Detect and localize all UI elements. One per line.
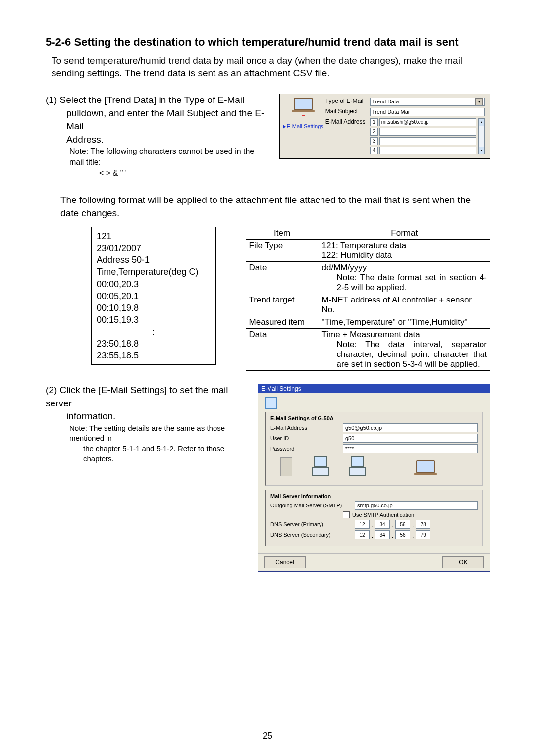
csv-sample-box: 121 23/01/2007 Address 50-1 Time,Tempera… <box>91 227 216 365</box>
laptop-icon-2 <box>414 460 437 475</box>
dlg-email-input[interactable]: g50@g50.co.jp <box>343 423 478 432</box>
step2-line-a: (2) Click the [E-Mail Settings] to set t… <box>46 384 247 410</box>
dlg-user-label: User ID <box>270 435 343 441</box>
dns2-label: DNS Server (Secondary) <box>270 532 355 538</box>
step1-line-c: Address. <box>66 133 269 147</box>
email-type-panel: • • • E-Mail Settings Type of E-Mail Tre… <box>279 94 490 159</box>
email-settings-dialog: E-Mail Settings E-Mail Settings of G-50A… <box>258 384 490 572</box>
dns1-input[interactable]: 12. 34. 56. 78 <box>355 520 430 529</box>
cancel-button[interactable]: Cancel <box>264 556 306 568</box>
format-table: Item Format File Type 121: Temperature d… <box>246 227 490 371</box>
checkbox-icon <box>343 511 350 518</box>
g50a-settings-group: E-Mail Settings of G-50A E-Mail Address … <box>265 412 483 486</box>
chevron-down-icon[interactable]: ▼ <box>475 98 483 105</box>
dlg-password-input[interactable]: **** <box>343 444 478 453</box>
scroll-up-icon[interactable]: ▴ <box>478 118 485 126</box>
scroll-down-icon[interactable]: ▾ <box>478 147 485 154</box>
address-scrollbar[interactable]: ▴ ▾ <box>478 118 485 154</box>
ok-button[interactable]: OK <box>442 556 484 568</box>
dns1-label: DNS Server (Primary) <box>270 521 355 527</box>
step1-line-a: (1) Select the [Trend Data] in the Type … <box>46 94 269 107</box>
page-number: 25 <box>0 731 535 741</box>
email-address-row-1[interactable]: 1 mitsubishi@g50.co.jp <box>370 118 476 126</box>
step2-note-b: the chapter 5-1-1 and 5-1-2. Refer to th… <box>83 443 247 464</box>
smtp-label: Outgoing Mail Server (SMTP) <box>270 503 355 508</box>
dlg-email-label: E-Mail Address <box>270 425 343 431</box>
attachment-format-paragraph: The following format will be applied to … <box>60 194 490 220</box>
mail-subject-input[interactable]: Trend Data Mail <box>370 108 485 116</box>
step1-note: Note: The following characters cannot be… <box>69 146 269 167</box>
triangle-right-icon <box>283 125 286 129</box>
mail-server-group: Mail Server Information Outgoing Mail Se… <box>265 490 483 546</box>
dns2-input[interactable]: 12. 34. 56. 79 <box>355 530 430 539</box>
format-th-format: Format <box>319 227 490 240</box>
server-icon <box>310 456 329 476</box>
g50a-group-header: E-Mail Settings of G-50A <box>270 415 478 421</box>
dlg-password-label: Password <box>270 446 343 452</box>
step2-line-b: information. <box>66 410 247 423</box>
smtp-auth-checkbox[interactable]: Use SMTP Authentication <box>343 511 478 518</box>
dots-icon: • • • <box>283 113 323 118</box>
dialog-icon <box>265 397 277 409</box>
type-of-email-label: Type of E-Mail <box>323 97 368 107</box>
smtp-input[interactable]: smtp.g50.co.jp <box>355 501 478 510</box>
email-address-label: E-Mail Address <box>323 117 368 155</box>
tower-icon <box>280 457 292 476</box>
dialog-title: E-Mail Settings <box>258 384 490 393</box>
step1-note-chars: < > & " ' <box>99 168 269 179</box>
type-of-email-select[interactable]: Trend Data ▼ <box>370 98 485 106</box>
laptop-icon <box>292 98 315 112</box>
intro-paragraph: To send temperature/humid trend data by … <box>52 54 490 80</box>
format-th-item: Item <box>246 227 319 240</box>
step1-line-b: pulldown, and enter the Mail Subject and… <box>66 107 269 133</box>
email-address-row-2[interactable]: 2 <box>370 128 476 136</box>
email-address-row-3[interactable]: 3 <box>370 137 476 145</box>
dlg-user-input[interactable]: g50 <box>343 434 478 443</box>
section-heading: 5-2-6 Setting the destination to which t… <box>46 35 490 50</box>
step2-note-a: Note: The setting details are the same a… <box>69 423 247 444</box>
server-icon-2 <box>347 456 366 476</box>
mail-subject-label: Mail Subject <box>323 107 368 117</box>
email-settings-link[interactable]: E-Mail Settings <box>283 123 323 129</box>
email-address-row-4[interactable]: 4 <box>370 147 476 154</box>
mail-server-group-header: Mail Server Information <box>270 493 478 499</box>
